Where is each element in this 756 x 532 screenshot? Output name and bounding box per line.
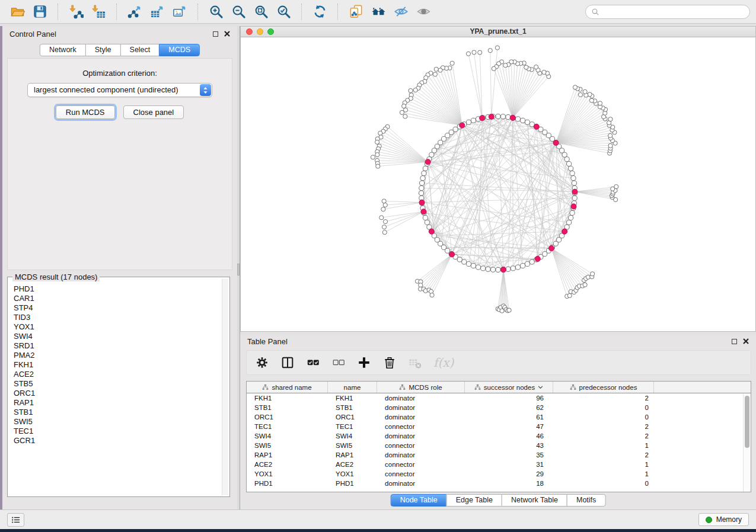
table-row[interactable]: YOX1YOX1connector291 xyxy=(247,469,751,479)
zoom-in-icon[interactable] xyxy=(205,3,227,21)
table-cell[interactable]: 2 xyxy=(553,393,654,403)
table-cell[interactable]: dominator xyxy=(377,479,465,488)
table-cell[interactable]: ORC1 xyxy=(328,412,377,422)
network-canvas[interactable] xyxy=(241,38,755,331)
table-cell[interactable]: STB1 xyxy=(328,403,377,412)
mcds-result-item[interactable]: FKH1 xyxy=(9,360,221,370)
table-scrollbar-thumb[interactable] xyxy=(745,396,749,448)
tab-mcds[interactable]: MCDS xyxy=(159,44,200,56)
mcds-result-item[interactable]: TID3 xyxy=(9,313,221,322)
table-cell[interactable]: ORC1 xyxy=(247,412,328,422)
table-cell[interactable]: STB1 xyxy=(247,403,328,412)
table-row[interactable]: STB1STB1dominator620 xyxy=(247,403,751,412)
show-panels-button[interactable] xyxy=(7,513,24,527)
table-cell[interactable]: SWI5 xyxy=(328,441,377,450)
mcds-result-item[interactable]: RAP1 xyxy=(9,398,221,408)
table-row[interactable]: PHD1PHD1dominator180 xyxy=(247,479,751,488)
import-network-icon[interactable] xyxy=(65,3,87,21)
tab-motifs[interactable]: Motifs xyxy=(567,494,605,507)
splitter-grip[interactable] xyxy=(237,264,240,275)
column-header-MCDS-role[interactable]: MCDS role xyxy=(377,382,465,393)
search-input[interactable] xyxy=(603,6,744,18)
table-row[interactable]: RAP1RAP1dominator352 xyxy=(247,450,751,460)
table-row[interactable]: TEC1TEC1connector472 xyxy=(247,422,751,431)
mcds-result-item[interactable]: ACE2 xyxy=(9,370,221,379)
table-scrollbar[interactable] xyxy=(743,394,751,492)
table-cell[interactable]: 0 xyxy=(553,479,654,488)
table-cell[interactable]: 0 xyxy=(553,412,654,422)
mcds-result-item[interactable]: SWI5 xyxy=(9,417,221,427)
table-cell[interactable]: 35 xyxy=(465,450,553,460)
table-cell[interactable]: 2 xyxy=(553,422,654,431)
mcds-result-item[interactable]: STB5 xyxy=(9,379,221,389)
mcds-result-item[interactable]: ORC1 xyxy=(9,389,221,398)
import-table-icon[interactable] xyxy=(87,3,110,21)
table-cell[interactable]: SWI4 xyxy=(328,431,377,441)
table-cell[interactable]: 62 xyxy=(465,403,553,412)
tab-network-table[interactable]: Network Table xyxy=(502,494,567,507)
column-header-successor-nodes[interactable]: successor nodes xyxy=(465,382,553,393)
open-file-icon[interactable] xyxy=(6,3,28,21)
first-neighbors-icon[interactable] xyxy=(367,3,390,21)
table-cell[interactable]: dominator xyxy=(377,403,465,412)
table-row[interactable]: SWI5SWI5connector431 xyxy=(247,441,751,450)
column-header-shared-name[interactable]: shared name xyxy=(247,382,328,393)
close-table-panel-icon[interactable] xyxy=(743,338,749,344)
column-layout-icon[interactable] xyxy=(280,355,295,370)
mcds-result-item[interactable]: SRD1 xyxy=(9,341,221,351)
table-cell[interactable]: dominator xyxy=(377,393,465,403)
export-table-icon[interactable] xyxy=(146,3,168,21)
mcds-result-item[interactable]: PHD1 xyxy=(9,284,221,294)
duplicate-network-icon[interactable] xyxy=(344,3,367,21)
tab-select[interactable]: Select xyxy=(120,44,160,56)
table-cell[interactable]: PHD1 xyxy=(247,479,328,488)
table-cell[interactable]: 96 xyxy=(465,393,553,403)
table-cell[interactable]: SWI4 xyxy=(247,431,328,441)
table-cell[interactable]: PHD1 xyxy=(328,479,377,488)
table-cell[interactable]: 43 xyxy=(465,441,553,450)
table-cell[interactable]: 1 xyxy=(553,469,654,479)
table-cell[interactable]: 47 xyxy=(465,422,553,431)
mcds-result-item[interactable]: STP4 xyxy=(9,303,221,313)
table-cell[interactable]: RAP1 xyxy=(328,450,377,460)
mcds-result-item[interactable]: STB1 xyxy=(9,408,221,417)
table-cell[interactable]: YOX1 xyxy=(247,469,328,479)
float-table-panel-icon[interactable] xyxy=(732,339,737,344)
table-cell[interactable]: ACE2 xyxy=(328,460,377,469)
table-cell[interactable]: 61 xyxy=(465,412,553,422)
table-cell[interactable]: RAP1 xyxy=(247,450,328,460)
table-cell[interactable]: FKH1 xyxy=(247,393,328,403)
table-cell[interactable]: connector xyxy=(377,460,465,469)
optimization-criterion-select[interactable]: largest connected component (undirected) xyxy=(27,83,212,97)
mcds-result-item[interactable]: SWI4 xyxy=(9,332,221,341)
table-cell[interactable]: dominator xyxy=(377,431,465,441)
table-cell[interactable]: YOX1 xyxy=(328,469,377,479)
mcds-list-scrollbar[interactable] xyxy=(222,278,228,495)
table-cell[interactable]: dominator xyxy=(377,450,465,460)
table-cell[interactable]: ACE2 xyxy=(247,460,328,469)
unselect-all-columns-icon[interactable] xyxy=(331,355,346,370)
column-header-name[interactable]: name xyxy=(328,382,377,393)
table-cell[interactable]: connector xyxy=(377,441,465,450)
run-mcds-button[interactable]: Run MCDS xyxy=(56,105,115,119)
table-row[interactable]: FKH1FKH1dominator962 xyxy=(247,393,751,403)
settings-icon[interactable] xyxy=(255,355,269,370)
close-panel-button[interactable]: Close panel xyxy=(123,105,184,119)
table-cell[interactable]: 31 xyxy=(465,460,553,469)
column-header-predecessor-nodes[interactable]: predecessor nodes xyxy=(553,382,654,393)
table-cell[interactable]: 2 xyxy=(553,431,654,441)
show-all-icon[interactable] xyxy=(412,3,435,21)
table-cell[interactable]: SWI5 xyxy=(247,441,328,450)
tab-network[interactable]: Network xyxy=(40,44,86,56)
tab-edge-table[interactable]: Edge Table xyxy=(446,494,502,507)
table-cell[interactable]: 46 xyxy=(465,431,553,441)
table-row[interactable]: ACE2ACE2connector311 xyxy=(247,460,751,469)
table-cell[interactable]: 18 xyxy=(465,479,553,488)
table-row[interactable]: ORC1ORC1dominator610 xyxy=(247,412,751,422)
table-cell[interactable]: connector xyxy=(377,422,465,431)
table-cell[interactable]: 29 xyxy=(465,469,553,479)
hide-selected-icon[interactable] xyxy=(390,3,412,21)
mcds-result-item[interactable]: CAR1 xyxy=(9,294,221,303)
table-cell[interactable]: dominator xyxy=(377,412,465,422)
export-network-icon[interactable] xyxy=(123,3,146,21)
